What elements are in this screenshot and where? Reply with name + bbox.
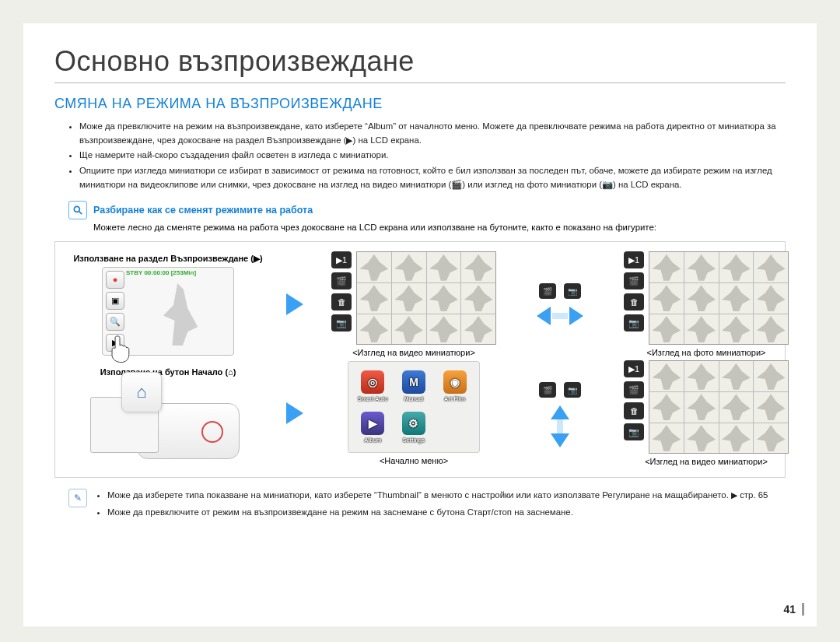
note-item: Може да превключите от режим на възпроиз… — [107, 506, 768, 520]
delete-icon: 🗑 — [624, 293, 644, 310]
delete-icon: 🗑 — [331, 293, 352, 310]
home-item-album[interactable]: ▶Album — [355, 409, 391, 446]
home-item-smartauto[interactable]: ◎Smart Auto — [355, 368, 391, 405]
video-mode-icon: 🎬 — [539, 283, 556, 299]
page-number: 41 — [783, 603, 804, 616]
photo-thumbnail-screen: ▶1 🎬 🗑 📷 — [624, 251, 789, 345]
notes-block: Може да изберете типа показване на миниа… — [96, 489, 768, 522]
home-button-icon[interactable]: ⌂ — [121, 372, 162, 412]
play-mode-icon: ▶1 — [624, 251, 644, 268]
lcd-preview: ● ▣ 🔍 ▶ STBY 00:00:00 [253Min] — [102, 267, 234, 356]
home-item-artfilm[interactable]: ◉Art Film — [436, 368, 473, 405]
home-menu: ◎Smart Auto MManual ◉Art Film ▶Album ⚙Se… — [348, 361, 480, 453]
subhead-title: Разбиране как се сменят режимите на рабо… — [93, 205, 313, 216]
video-thumbnail-screen: ▶1 🎬 🗑 📷 — [331, 251, 496, 345]
play-mode-icon: ▶1 — [624, 360, 644, 377]
mode-diagram: Използване на раздел Възпроизвеждане (▶)… — [54, 241, 786, 478]
bullet-item: Опциите при изгледа миниатюри се избират… — [79, 164, 786, 191]
photo-thumb-caption: <Изглед на фото миниатюри> — [647, 348, 766, 357]
bullet-item: Ще намерите най-скоро създадения файл ос… — [79, 149, 786, 163]
arrow-right-icon — [279, 360, 310, 466]
label-home-button: Използване на бутон Начало (⌂) — [100, 367, 236, 377]
silhouette-illustration — [159, 283, 200, 346]
note-icon: ✎ — [68, 489, 87, 507]
photo-mode-icon: ▣ — [106, 292, 124, 310]
video-thumb-caption: <Изглед на видео миниатюри> — [352, 348, 475, 357]
label-play-section: Използване на раздел Възпроизвеждане (▶) — [73, 254, 262, 264]
intro-bullets: Може да превключите на режим на възпроиз… — [54, 120, 786, 191]
camera-filter-icon: 📷 — [624, 423, 644, 440]
video-filter-icon: 🎬 — [624, 381, 644, 398]
delete-icon: 🗑 — [624, 402, 644, 419]
camcorder-illustration: ⌂ — [90, 380, 246, 465]
video-mode-icon: 🎬 — [539, 382, 556, 398]
home-menu-caption: <Начално меню> — [380, 456, 448, 465]
record-icon: ● — [106, 271, 124, 289]
subhead-desc: Можете лесно да сменяте режима на работа… — [93, 223, 786, 232]
home-item-settings[interactable]: ⚙Settings — [396, 409, 432, 446]
stby-status: STBY 00:00:00 [253Min] — [126, 269, 196, 276]
page-title: Основно възпроизвеждане — [54, 45, 786, 83]
svg-line-1 — [79, 212, 82, 215]
zoom-icon: 🔍 — [106, 313, 124, 331]
note-item: Може да изберете типа показване на миниа… — [107, 489, 768, 503]
bi-arrow-horizontal-icon — [537, 307, 583, 325]
play-mode-icon: ▶1 — [331, 251, 352, 268]
home-item-manual[interactable]: MManual — [396, 368, 432, 405]
section-heading: СМЯНА НА РЕЖИМА НА ВЪЗПРОИЗВЕЖДАНЕ — [54, 96, 786, 112]
camera-filter-icon: 📷 — [624, 314, 644, 332]
photo-mode-icon: 📷 — [564, 382, 581, 398]
photo-mode-icon: 📷 — [564, 283, 581, 299]
video-filter-icon: 🎬 — [624, 272, 644, 289]
touch-hand-icon — [109, 335, 134, 366]
arrow-right-icon — [279, 251, 310, 357]
svg-point-0 — [74, 207, 79, 212]
bi-arrow-vertical-icon — [551, 405, 569, 447]
camera-filter-icon: 📷 — [331, 314, 352, 332]
video-thumb-caption: <Изглед на видео миниатюри> — [645, 457, 768, 466]
bullet-item: Може да превключите на режим на възпроиз… — [79, 120, 786, 147]
video-filter-icon: 🎬 — [331, 272, 352, 289]
video-thumbnail-screen: ▶1 🎬 🗑 📷 — [624, 360, 789, 454]
magnifier-icon — [68, 201, 87, 219]
